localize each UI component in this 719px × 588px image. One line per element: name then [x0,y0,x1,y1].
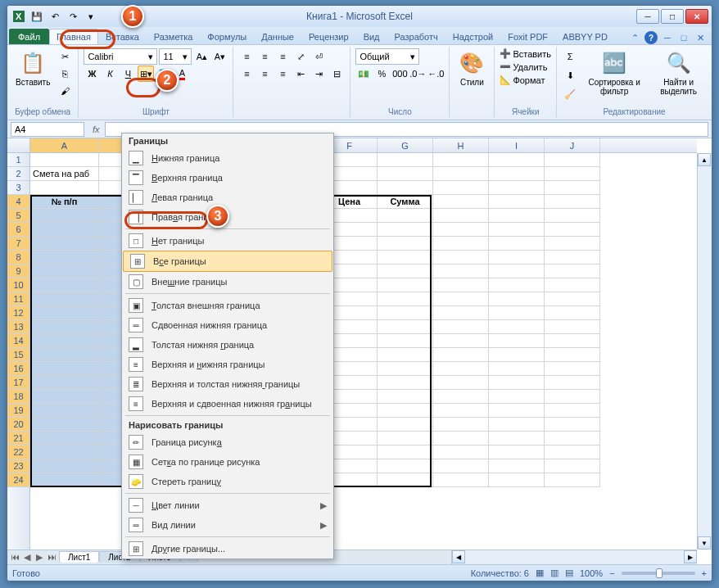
dropdown-item-border-2[interactable]: ▏Левая граница [122,188,333,207]
cell-J16[interactable] [545,362,600,376]
doc-minimize-icon[interactable]: ─ [661,31,674,44]
cell-J21[interactable] [545,432,600,446]
tab-review[interactable]: Рецензир [301,29,356,44]
find-select-button[interactable]: 🔍 Найти и выделить [650,48,707,97]
dropdown-item-border-10[interactable]: ≡Верхняя и нижняя границы [122,355,333,374]
cell-J19[interactable] [545,404,600,418]
cell-J7[interactable] [545,237,600,251]
delete-cells-button[interactable]: ➖Удалить [500,61,547,72]
cell-H12[interactable] [433,306,489,320]
italic-button[interactable]: К [102,66,118,82]
decrease-decimal-icon[interactable]: ←.0 [427,66,444,82]
bold-button[interactable]: Ж [84,66,100,82]
tab-data[interactable]: Данные [254,29,301,44]
sheet-nav-next-icon[interactable]: ▶ [34,552,45,563]
cell-H13[interactable] [433,320,489,334]
row-header-2[interactable]: 2 [7,167,29,181]
tab-abbyy[interactable]: ABBYY PD [555,29,615,44]
sheet-nav-last-icon[interactable]: ⏭ [46,552,57,563]
cell-H14[interactable] [433,334,489,348]
cell-J22[interactable] [545,446,600,459]
cell-I5[interactable] [489,209,545,223]
dropdown-item-border-12[interactable]: ≡Верхняя и сдвоенная нижняя границы [122,394,333,414]
format-painter-icon[interactable]: 🖌 [57,83,73,99]
merge-button[interactable]: ⊟ [328,66,345,82]
dropdown-item-border-6[interactable]: ▢Внешние границы [122,272,333,292]
cell-I15[interactable] [489,348,545,362]
row-header-1[interactable]: 1 [7,153,29,167]
cell-J18[interactable] [545,390,600,404]
cell-J1[interactable] [545,153,600,167]
cell-H9[interactable] [433,265,489,278]
cell-I13[interactable] [489,320,545,334]
row-header-13[interactable]: 13 [7,320,29,334]
row-header-14[interactable]: 14 [7,334,29,348]
doc-close-icon[interactable]: ✕ [694,31,707,44]
cell-J9[interactable] [545,265,600,278]
cell-H19[interactable] [433,404,489,418]
dropdown-item-draw-2[interactable]: 🧽Стереть границу [122,472,333,491]
cell-I2[interactable] [489,167,545,181]
column-header-G[interactable]: G [378,138,433,152]
cell-J4[interactable] [545,195,600,209]
cell-A3[interactable] [30,181,99,195]
save-icon[interactable]: 💾 [29,8,45,25]
row-header-8[interactable]: 8 [7,251,29,265]
cell-J24[interactable] [545,473,600,487]
align-top-icon[interactable]: ≡ [238,48,255,65]
cell-I19[interactable] [489,404,545,418]
undo-icon[interactable]: ↶ [47,8,63,25]
tab-foxit[interactable]: Foxit PDF [500,29,555,44]
cut-icon[interactable]: ✂ [57,48,73,65]
cell-J11[interactable] [545,292,600,306]
cell-H2[interactable] [433,167,489,181]
tab-page-layout[interactable]: Разметка [147,29,201,44]
select-all-corner[interactable] [7,138,30,153]
maximize-button[interactable]: □ [661,9,684,24]
row-header-4[interactable]: 4 [7,195,29,209]
insert-cells-button[interactable]: ➕Вставить [500,48,551,59]
cell-H15[interactable] [433,348,489,362]
cell-H18[interactable] [433,390,489,404]
dropdown-item-border-8[interactable]: ═Сдвоенная нижняя граница [122,315,333,335]
cell-J14[interactable] [545,334,600,348]
cell-J10[interactable] [545,278,600,292]
zoom-in-button[interactable]: + [702,568,707,578]
cell-I7[interactable] [489,237,545,251]
cell-J12[interactable] [545,306,600,320]
horizontal-scrollbar[interactable]: ◀ ▶ [451,550,697,564]
scroll-up-icon[interactable]: ▲ [698,153,711,166]
paste-button[interactable]: 📋 Вставить [12,48,53,88]
align-center-icon[interactable]: ≡ [256,66,273,82]
row-header-10[interactable]: 10 [7,278,29,292]
row-header-16[interactable]: 16 [7,362,29,376]
cell-H8[interactable] [433,251,489,265]
scroll-left-icon[interactable]: ◀ [452,550,465,563]
cell-J17[interactable] [545,376,600,390]
help-icon[interactable]: ? [644,31,658,44]
cell-H24[interactable] [433,473,489,487]
zoom-slider[interactable] [622,572,695,575]
cell-I4[interactable] [489,195,545,209]
cell-I21[interactable] [489,432,545,446]
dropdown-item-border-5[interactable]: ⊞Все границы [123,251,332,272]
row-header-22[interactable]: 22 [7,446,29,459]
cell-H1[interactable] [433,153,489,167]
font-size-combo[interactable]: 11▾ [159,48,192,65]
row-header-24[interactable]: 24 [7,473,29,487]
column-header-I[interactable]: I [489,138,545,152]
cell-I18[interactable] [489,390,545,404]
row-header-5[interactable]: 5 [7,209,29,223]
sheet-nav-prev-icon[interactable]: ◀ [21,552,33,563]
cell-I14[interactable] [489,334,545,348]
dropdown-item-border-4[interactable]: □Нет границы [122,231,333,251]
dropdown-item-border-11[interactable]: ≣Верхняя и толстая нижняя границы [122,374,333,394]
dropdown-item-more-borders[interactable]: ⊞ Другие границы... [122,539,333,559]
cell-G2[interactable] [378,167,433,181]
cell-J23[interactable] [545,459,600,473]
increase-indent-icon[interactable]: ⇥ [310,66,327,82]
cell-I1[interactable] [489,153,545,167]
fill-icon[interactable]: ⬇ [562,67,578,84]
cell-H16[interactable] [433,362,489,376]
currency-icon[interactable]: 💵 [355,66,372,82]
